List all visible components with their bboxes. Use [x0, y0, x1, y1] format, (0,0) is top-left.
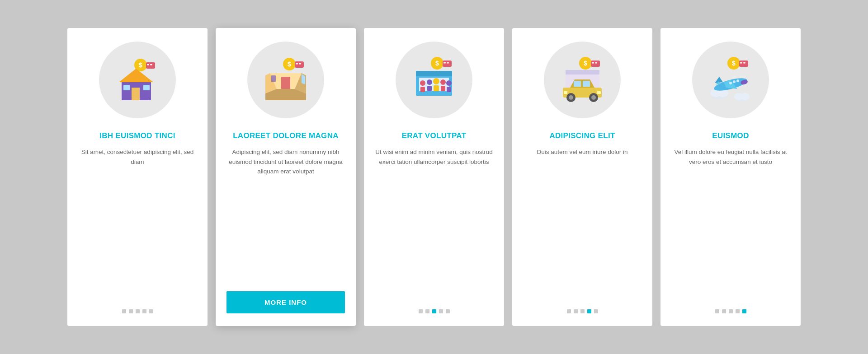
svg-point-32 [427, 79, 432, 85]
svg-rect-8 [123, 85, 130, 90]
card-2: $ LAOREET DOL [216, 28, 356, 326]
svg-text:$: $ [584, 60, 587, 67]
dot-2 [129, 309, 133, 313]
svg-rect-44 [595, 62, 597, 64]
svg-point-34 [433, 78, 439, 84]
card-4-dots [567, 309, 598, 313]
svg-text:$: $ [139, 61, 142, 69]
svg-rect-39 [447, 87, 451, 92]
svg-rect-24 [443, 61, 452, 67]
dot-2 [425, 309, 429, 313]
card-5-title: EUISMOD [712, 131, 749, 141]
card-5-footer [671, 309, 790, 313]
svg-text:$: $ [732, 60, 736, 67]
svg-point-36 [440, 79, 446, 85]
plane-icon: $ [706, 55, 755, 105]
card-4-text: Duis autem vel eum iriure dolor in [537, 147, 627, 299]
svg-rect-37 [441, 86, 445, 91]
svg-rect-19 [281, 77, 290, 89]
svg-point-67 [741, 93, 750, 100]
svg-marker-6 [119, 69, 153, 82]
room-icon: $ [259, 55, 313, 105]
cards-container: $ IBH EUISMOD TINCI Sit amet, consectetu… [40, 10, 828, 344]
card-3-text: Ut wisi enim ad minim veniam, quis nostr… [375, 147, 493, 299]
svg-rect-61 [743, 62, 745, 64]
dot-1 [419, 309, 423, 313]
card-3-icon-circle: $ [396, 42, 472, 118]
dot-2 [722, 309, 726, 313]
dot-5 [446, 309, 450, 313]
svg-point-74 [733, 80, 736, 83]
svg-rect-21 [271, 75, 276, 82]
dot-3 [136, 309, 140, 313]
card-4: $ [512, 28, 652, 326]
card-1-icon-circle: $ [99, 42, 176, 118]
card-2-icon-circle: $ [247, 42, 324, 118]
dot-4 [736, 309, 740, 313]
dot-4-active [587, 309, 591, 313]
house-icon: $ [113, 55, 162, 105]
svg-rect-3 [147, 64, 149, 65]
dot-5 [594, 309, 598, 313]
svg-rect-14 [299, 63, 301, 65]
dot-5 [149, 309, 153, 313]
card-1-dots [122, 309, 153, 313]
dot-3 [580, 309, 585, 313]
svg-rect-42 [591, 61, 600, 67]
svg-rect-59 [739, 61, 748, 67]
card-4-footer [523, 309, 642, 313]
card-3-dots [419, 309, 450, 313]
svg-rect-35 [434, 85, 439, 91]
more-info-button[interactable]: MORE INFO [226, 291, 345, 313]
svg-rect-50 [583, 81, 590, 87]
svg-point-73 [729, 82, 732, 84]
card-5: $ [660, 28, 801, 326]
svg-rect-2 [146, 62, 155, 69]
dot-4 [439, 309, 443, 313]
svg-rect-31 [420, 87, 425, 92]
people-icon: $ [409, 55, 459, 105]
svg-rect-9 [143, 85, 150, 90]
svg-rect-28 [416, 71, 452, 76]
svg-rect-60 [740, 62, 742, 64]
svg-rect-7 [132, 88, 140, 100]
card-5-icon-circle: $ [692, 42, 769, 118]
svg-point-54 [591, 95, 596, 100]
svg-rect-33 [427, 86, 432, 91]
card-1-text: Sit amet, consectetuer adipiscing elit, … [78, 147, 197, 299]
svg-point-52 [569, 95, 573, 100]
card-3: $ [364, 28, 504, 326]
svg-point-38 [446, 80, 452, 86]
car-icon: $ [557, 55, 607, 105]
svg-rect-56 [597, 91, 601, 94]
card-4-icon-circle: $ [544, 42, 621, 118]
svg-text:$: $ [435, 60, 439, 67]
dot-4 [142, 309, 146, 313]
card-5-text: Vel illum dolore eu feugiat nulla facili… [671, 147, 790, 299]
svg-rect-49 [574, 81, 581, 87]
dot-2 [574, 309, 578, 313]
svg-rect-43 [592, 62, 594, 64]
svg-point-30 [420, 80, 425, 86]
svg-rect-12 [295, 61, 304, 68]
card-1-title: IBH EUISMOD TINCI [99, 131, 175, 141]
card-2-title: LAOREET DOLORE MAGNA [233, 131, 339, 141]
svg-rect-55 [564, 91, 567, 94]
svg-rect-46 [566, 70, 599, 75]
dot-5-active [742, 309, 746, 313]
card-3-title: ERAT VOLUTPAT [402, 131, 467, 141]
card-1-footer [78, 309, 197, 313]
card-4-title: ADIPISCING ELIT [549, 131, 615, 141]
svg-text:$: $ [288, 61, 291, 68]
svg-rect-13 [296, 63, 298, 65]
card-1: $ IBH EUISMOD TINCI Sit amet, consectetu… [67, 28, 208, 326]
svg-rect-26 [447, 62, 449, 64]
card-3-footer [375, 309, 493, 313]
svg-rect-4 [150, 64, 152, 65]
dot-3 [729, 309, 733, 313]
dot-1 [567, 309, 571, 313]
dot-3-active [432, 309, 436, 313]
card-2-text: Adipiscing elit, sed diam nonummy nibh e… [226, 147, 345, 283]
card-5-dots [715, 309, 746, 313]
svg-point-75 [736, 79, 739, 82]
